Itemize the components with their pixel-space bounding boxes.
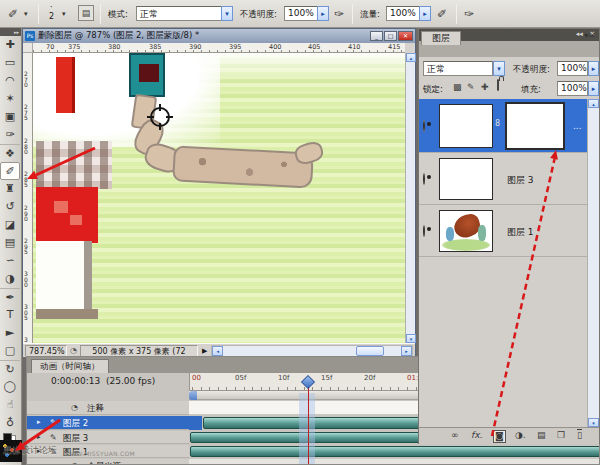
tablet-opacity-icon[interactable]: ✑	[334, 4, 344, 24]
document-titlebar[interactable]: Ps 删除图层 @ 787% (图层 2, 图层蒙版/8) * _ □ ✕	[23, 29, 415, 43]
visibility-eye-icon[interactable]	[423, 173, 425, 185]
delete-layer-button[interactable]: ▯	[577, 430, 582, 440]
add-layer-mask-button[interactable]: ◙	[493, 430, 506, 443]
timeline-row-comments[interactable]: ◔ 注释	[27, 401, 189, 415]
blend-mode-select[interactable]: 正常	[423, 61, 493, 76]
toggle-brushes-panel-button[interactable]: ▤	[78, 5, 94, 21]
quick-select-tool-icon[interactable]: ✶	[0, 90, 20, 108]
scroll-right-icon[interactable]: ▸	[401, 346, 412, 356]
expand-triangle-icon[interactable]: ▸	[37, 418, 41, 426]
visibility-eye-icon[interactable]	[423, 225, 425, 237]
global-lighting-track[interactable]	[189, 459, 600, 465]
brush-tool-icon[interactable]: ✐	[8, 4, 18, 24]
timeline-row-layer2[interactable]: ▸ ✎ 图层 2	[27, 416, 189, 430]
scroll-down-icon[interactable]: ▾	[588, 418, 599, 427]
opacity-spinner[interactable]: ▸	[588, 61, 599, 76]
flow-value[interactable]: 100%	[386, 6, 420, 21]
rotate-3d-tool-icon[interactable]: ↻	[0, 360, 20, 378]
timeline-tab[interactable]: 动画（时间轴）	[31, 359, 109, 373]
layer-row-layer2-selected[interactable]: 8 ...	[419, 99, 589, 153]
lock-position-icon[interactable]: ✚	[481, 82, 489, 92]
type-tool-icon[interactable]: T	[0, 306, 20, 324]
tool-preset-dropdown-icon[interactable]: ▾	[24, 10, 28, 18]
close-button[interactable]: ✕	[398, 31, 413, 41]
eraser-tool-icon[interactable]: ◪	[0, 216, 20, 234]
layer-mask-thumbnail[interactable]	[505, 102, 565, 150]
vertical-scrollbar[interactable]: ▴ ▾	[405, 53, 415, 343]
flow-spinner[interactable]: ▸	[419, 6, 431, 21]
lock-transparency-icon[interactable]: ▩	[453, 82, 462, 92]
layer-thumbnail[interactable]	[439, 210, 493, 252]
stopwatch-icon[interactable]: ◔	[71, 461, 78, 465]
scrollbar-thumb[interactable]	[356, 346, 384, 356]
opacity-value[interactable]: 100%	[284, 6, 318, 21]
panel-collapse-icon[interactable]: ◂◂	[576, 30, 583, 38]
hand-tool-icon[interactable]: ☝	[0, 396, 20, 414]
selected-frame-cell[interactable]	[189, 416, 202, 430]
marquee-tool-icon[interactable]: ▭	[0, 54, 20, 72]
layers-tab[interactable]: 图层	[421, 31, 461, 45]
mode-dropdown-button[interactable]: ▾	[221, 6, 233, 21]
crop-tool-icon[interactable]: ▣	[0, 108, 20, 126]
timeline-row-global-lighting[interactable]: ◔ 全局光源	[27, 459, 189, 465]
toolbox-collapse-icon[interactable]: ▸▸	[0, 28, 21, 36]
scroll-left-icon[interactable]: ◂	[212, 346, 223, 356]
status-menu-icon[interactable]: ▶	[202, 347, 207, 355]
layer-name[interactable]: ...	[573, 121, 582, 131]
clone-stamp-tool-icon[interactable]: ♜	[0, 180, 20, 198]
work-area-start-handle[interactable]	[189, 391, 197, 400]
brush-tool-selected-icon[interactable]: ✐	[0, 162, 20, 180]
layer-row-layer1[interactable]: 图层 1	[419, 205, 589, 257]
airbrush-toggle-icon[interactable]: ✐	[437, 4, 447, 24]
shape-tool-icon[interactable]: ▢	[0, 342, 20, 360]
blend-mode-dropdown-icon[interactable]: ▾	[493, 61, 505, 76]
move-tool-icon[interactable]: ✚	[0, 36, 20, 54]
smudge-tool-icon[interactable]: ∽	[0, 252, 20, 270]
maximize-button[interactable]: □	[384, 31, 397, 41]
layer-thumbnail[interactable]	[439, 104, 493, 148]
path-select-tool-icon[interactable]: ►	[0, 324, 20, 342]
layer-thumbnail[interactable]	[439, 158, 493, 200]
adjustment-layer-button[interactable]: ◑.	[515, 430, 526, 440]
visibility-eye-icon[interactable]	[423, 120, 425, 132]
healing-brush-tool-icon[interactable]: ❖	[0, 144, 20, 162]
layer1-duration-bar[interactable]	[190, 446, 600, 457]
new-group-button[interactable]: ▤	[537, 430, 546, 440]
layer-style-fx-button[interactable]: fx.	[471, 430, 482, 440]
minimize-button[interactable]: _	[370, 31, 383, 41]
opacity-spinner[interactable]: ▸	[317, 6, 329, 21]
layer-name[interactable]: 图层 1	[507, 226, 534, 239]
mode-select[interactable]: 正常	[136, 6, 222, 21]
lasso-tool-icon[interactable]: ◠	[0, 72, 20, 90]
scroll-down-icon[interactable]: ▾	[406, 334, 416, 343]
link-layers-button[interactable]: ∞	[451, 430, 459, 440]
scroll-up-icon[interactable]: ▴	[406, 53, 416, 62]
mask-link-icon[interactable]: 8	[495, 119, 500, 128]
panel-menu-icon[interactable]: ▾≡	[584, 31, 595, 40]
panel-scrollbar[interactable]: ▴ ▾	[587, 99, 599, 427]
scroll-up-icon[interactable]: ▴	[588, 99, 599, 108]
horizontal-scrollbar[interactable]: ◂ ▸	[211, 345, 413, 357]
lock-pixels-icon[interactable]: ✎	[467, 82, 475, 92]
lock-all-icon[interactable]	[497, 80, 499, 90]
layer-name[interactable]: 图层 3	[507, 174, 534, 187]
history-brush-tool-icon[interactable]: ↺	[0, 198, 20, 216]
orbit-3d-tool-icon[interactable]: ◯	[0, 378, 20, 396]
stopwatch-icon[interactable]: ◔	[71, 403, 78, 412]
expand-triangle-icon[interactable]: ▸	[37, 433, 41, 441]
tablet-size-icon[interactable]: ✑	[464, 4, 474, 24]
opacity-value[interactable]: 100%	[557, 61, 588, 76]
zoom-level-field[interactable]: 787.45%	[25, 345, 67, 357]
brush-picker-dropdown-icon[interactable]: ▾	[62, 10, 66, 18]
zoom-tool-icon[interactable]: ♁	[0, 414, 20, 432]
fill-spinner[interactable]: ▸	[588, 81, 599, 96]
eyedropper-tool-icon[interactable]: ✑	[0, 126, 20, 144]
new-layer-button[interactable]: ❐	[557, 430, 565, 440]
layer-row-layer3[interactable]: 图层 3	[419, 153, 589, 205]
gradient-tool-icon[interactable]: ▤	[0, 234, 20, 252]
dodge-tool-icon[interactable]: ◑	[0, 270, 20, 288]
timeline-row-layer3[interactable]: ▸ ✎ 图层 3	[27, 431, 189, 444]
fill-value[interactable]: 100%	[557, 81, 588, 96]
brush-size-value[interactable]: 2	[49, 12, 54, 21]
canvas-artwork[interactable]	[33, 53, 405, 343]
